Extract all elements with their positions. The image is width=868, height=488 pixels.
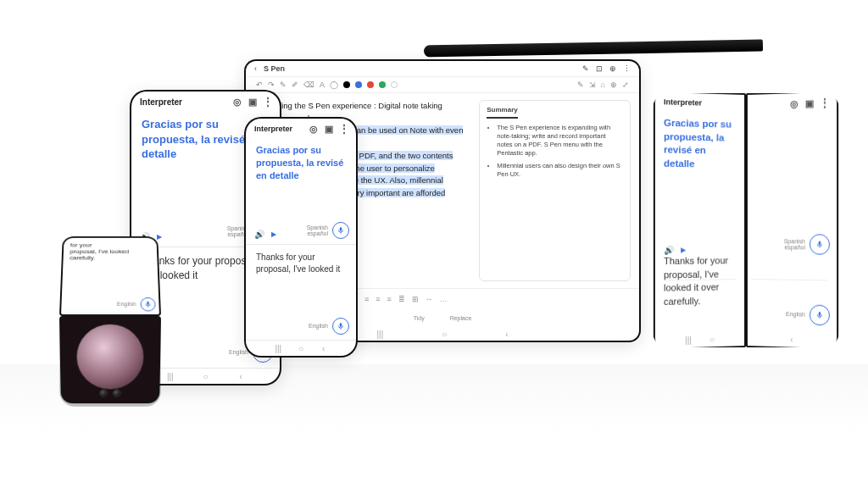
nav-home-icon[interactable]: ○ xyxy=(442,330,447,339)
flip-cover-screen xyxy=(59,316,161,403)
notes-title: S Pen xyxy=(264,64,285,73)
tool-home-icon[interactable]: ⌂ xyxy=(601,80,605,89)
mic-button-en[interactable] xyxy=(810,305,830,326)
hdr-add-icon[interactable]: ⊕ xyxy=(609,64,616,73)
more-icon[interactable]: ⋮ xyxy=(339,124,349,134)
nav-home-icon[interactable]: ○ xyxy=(296,344,306,353)
hdr-edit-icon[interactable]: ✎ xyxy=(582,64,589,73)
nav-back-icon[interactable]: ‹ xyxy=(787,335,797,344)
phone-navbar: ||| ○ ‹ xyxy=(246,341,356,356)
flip-phone-device: for your proposal, I've looked carefully… xyxy=(59,225,161,407)
translate-pane-en: Thanks for your proposal, I've looked it… xyxy=(246,245,356,341)
bt-more-icon[interactable]: … xyxy=(440,295,448,303)
summary-item: The S Pen experience is expanding with n… xyxy=(497,124,623,158)
mic-button-en[interactable] xyxy=(140,297,155,311)
summary-title: Summary xyxy=(487,106,517,119)
play-icon[interactable]: ▶ xyxy=(271,230,276,238)
lang-label-en[interactable]: English xyxy=(229,349,248,355)
window-icon[interactable]: ▣ xyxy=(324,124,334,134)
interpreter-header-right: ◎ ▣ ⋮ xyxy=(748,93,837,114)
flip-cameras xyxy=(99,388,120,396)
bt-align2-icon[interactable]: ≡ xyxy=(376,295,380,303)
interpreter-title: Interpreter xyxy=(664,97,702,107)
translated-text-es: Gracias por su propuesta, la revisé en d… xyxy=(664,117,736,171)
fold-navbar: ||| ○ xyxy=(655,330,744,347)
hdr-more-icon[interactable]: ⋮ xyxy=(623,64,631,73)
mic-button-en[interactable] xyxy=(332,318,349,335)
interpreter-title: Interpreter xyxy=(254,125,292,133)
source-text-en: Thanks for your proposal, I've looked it… xyxy=(664,254,741,308)
notes-toolbar: ↶ ↷ ✎ ✐ ⌫ A ◯ ✎ ⇲ ⌂ ⊕ ⤢ xyxy=(246,77,639,93)
flip-wallpaper xyxy=(76,324,144,389)
nav-recent-icon[interactable]: ||| xyxy=(165,372,175,381)
replace-button[interactable]: Replace xyxy=(450,315,472,321)
tool-add-icon[interactable]: ⊕ xyxy=(610,80,617,89)
bt-indent-icon[interactable]: ↔ xyxy=(426,295,433,303)
mic-button-es[interactable] xyxy=(810,234,830,255)
lang-label-en[interactable]: English xyxy=(786,311,805,318)
nav-recent-icon[interactable]: ||| xyxy=(273,344,283,353)
nav-home-icon[interactable]: ○ xyxy=(707,334,717,343)
target-icon[interactable]: ◎ xyxy=(789,98,799,108)
summary-panel: Summary The S Pen experience is expandin… xyxy=(479,100,631,281)
shape-icon[interactable]: ◯ xyxy=(330,80,338,89)
lang-label-es[interactable]: Spanish español xyxy=(307,225,328,237)
text-icon[interactable]: A xyxy=(320,80,325,89)
translate-pane-es: Gracias por su propuesta, la revisé en d… xyxy=(655,109,744,333)
fold-right-panel: ◎ ▣ ⋮ Spanish español English xyxy=(746,93,838,347)
color-red[interactable] xyxy=(367,81,374,88)
translate-pane-right: Spanish español English xyxy=(748,111,837,333)
speaker-icon[interactable]: 🔊 xyxy=(254,230,264,239)
lang-label-en[interactable]: English xyxy=(309,323,328,329)
mic-button-es[interactable] xyxy=(332,222,349,239)
lang-label-es[interactable]: Spanish español xyxy=(784,238,805,251)
undo-icon[interactable]: ↶ xyxy=(256,80,263,89)
lang-label-en[interactable]: English xyxy=(117,301,136,307)
play-icon[interactable]: ▶ xyxy=(681,246,686,253)
window-icon[interactable]: ▣ xyxy=(804,98,815,109)
speaker-icon[interactable]: 🔊 xyxy=(664,246,674,255)
fold-navbar: ‹ xyxy=(748,330,837,347)
interpreter-title: Interpreter xyxy=(140,97,182,107)
tool-lasso-icon[interactable]: ⇲ xyxy=(589,80,596,89)
color-blue[interactable] xyxy=(355,81,362,88)
target-icon[interactable]: ◎ xyxy=(232,97,242,107)
nav-recent-icon[interactable]: ||| xyxy=(376,330,383,339)
window-icon[interactable]: ▣ xyxy=(248,97,258,107)
tidy-button[interactable]: Tidy xyxy=(414,315,425,321)
more-icon[interactable]: ⋮ xyxy=(820,97,830,108)
nav-back-icon[interactable]: ‹ xyxy=(236,372,246,381)
fold-left-panel: Interpreter Gracias por su propuesta, la… xyxy=(654,93,746,347)
bt-check-icon[interactable]: ⊞ xyxy=(412,295,419,303)
hdr-read-icon[interactable]: ⊡ xyxy=(596,64,603,73)
nav-back-icon[interactable]: ‹ xyxy=(505,330,508,339)
interpreter-header: Interpreter ◎ ▣ ⋮ xyxy=(131,92,280,110)
redo-icon[interactable]: ↷ xyxy=(268,80,275,89)
tool-pen2-icon[interactable]: ✎ xyxy=(577,80,584,89)
bt-list-icon[interactable]: ≣ xyxy=(398,295,405,303)
flip-text: for your proposal, I've looked carefully… xyxy=(70,242,151,262)
flip-inner-screen: for your proposal, I've looked carefully… xyxy=(59,236,161,315)
eraser-icon[interactable]: ⌫ xyxy=(303,80,314,89)
device-lineup: ‹ S Pen ✎ ⊡ ⊕ ⋮ ↶ ↷ ✎ ✐ ⌫ A ◯ ✎ ⇲ ⌂ ⊕ ⤢ xyxy=(0,59,868,432)
color-white[interactable] xyxy=(391,81,398,88)
s-pen-stylus xyxy=(424,40,763,58)
bt-align3-icon[interactable]: ≡ xyxy=(387,295,391,303)
notes-header: ‹ S Pen ✎ ⊡ ⊕ ⋮ xyxy=(246,61,639,77)
back-icon[interactable]: ‹ xyxy=(254,64,257,73)
more-icon[interactable]: ⋮ xyxy=(263,97,273,107)
translated-text-es: Gracias por su propuesta, la revisé en d… xyxy=(256,144,346,182)
color-black[interactable] xyxy=(343,81,350,88)
translate-pane-es: Gracias por su propuesta, la revisé en d… xyxy=(246,137,356,245)
nav-home-icon[interactable]: ○ xyxy=(200,372,210,381)
pen-icon[interactable]: ✎ xyxy=(280,80,287,89)
highlighter-icon[interactable]: ✐ xyxy=(292,80,298,89)
fold-phone-device: Interpreter Gracias por su propuesta, la… xyxy=(653,93,839,347)
target-icon[interactable]: ◎ xyxy=(309,124,319,134)
color-green[interactable] xyxy=(379,81,386,88)
nav-back-icon[interactable]: ‹ xyxy=(319,344,329,353)
summary-item: Millennial users can also design their o… xyxy=(497,162,623,179)
bt-align1-icon[interactable]: ≡ xyxy=(364,295,369,303)
tool-expand-icon[interactable]: ⤢ xyxy=(622,80,629,89)
nav-recent-icon[interactable]: ||| xyxy=(683,335,693,345)
